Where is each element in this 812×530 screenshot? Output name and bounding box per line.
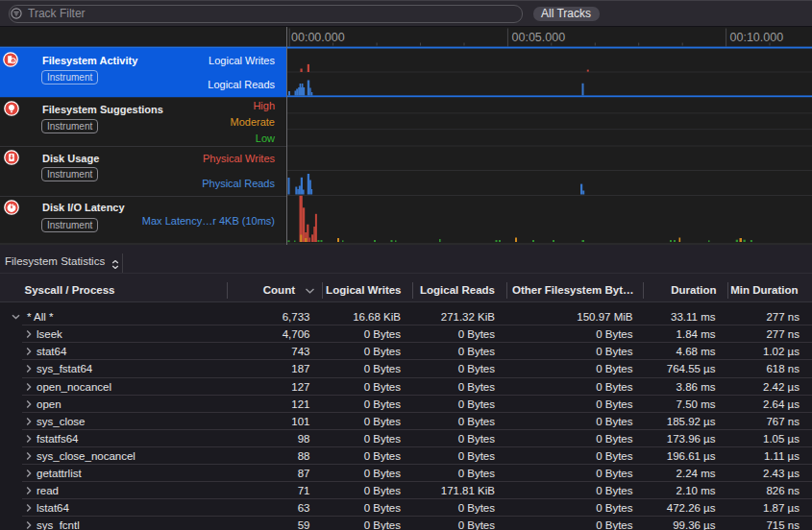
svg-text:00:10.000: 00:10.000 <box>730 31 784 44</box>
svg-text:00:05.000: 00:05.000 <box>512 31 566 44</box>
svg-text:00:00.000: 00:00.000 <box>291 31 345 44</box>
